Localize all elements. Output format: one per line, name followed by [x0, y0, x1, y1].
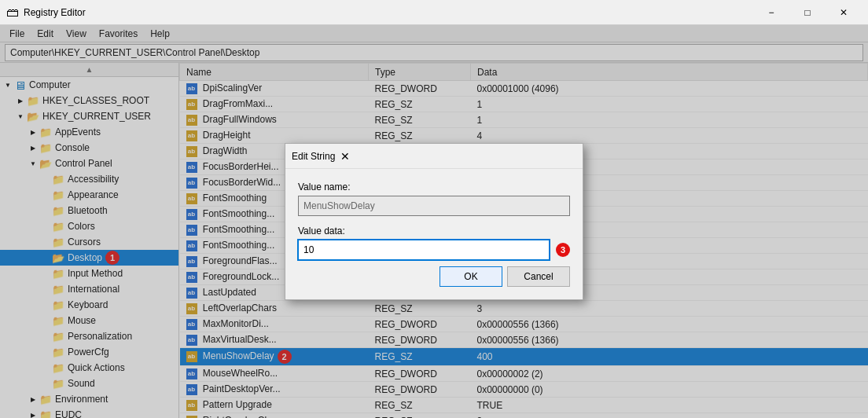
value-name-label: Value name:	[298, 182, 570, 192]
dialog-title-bar: Edit String ✕	[285, 144, 583, 169]
value-name-input	[298, 196, 570, 216]
dialog-overlay: Edit String ✕ Value name: Value data: 3 …	[0, 25, 868, 418]
app-title: Registry Editor	[24, 7, 86, 18]
dialog-title: Edit String	[292, 151, 335, 162]
dialog-close-button[interactable]: ✕	[335, 146, 355, 167]
edit-string-dialog: Edit String ✕ Value name: Value data: 3 …	[285, 143, 583, 300]
dialog-buttons: OK Cancel	[298, 266, 570, 287]
cancel-button[interactable]: Cancel	[507, 266, 570, 287]
ok-button[interactable]: OK	[440, 266, 502, 287]
value-data-label: Value data:	[298, 226, 570, 236]
app-icon: 🗃	[6, 6, 19, 20]
window-controls: − □ ✕	[753, 0, 862, 25]
value-data-input[interactable]	[298, 240, 550, 260]
minimize-button[interactable]: −	[753, 0, 789, 25]
badge-3: 3	[556, 243, 570, 257]
dialog-body: Value name: Value data: 3 OK Cancel	[285, 169, 583, 299]
maximize-button[interactable]: □	[789, 0, 826, 25]
close-button[interactable]: ✕	[826, 0, 862, 25]
title-bar: 🗃 Registry Editor − □ ✕	[0, 0, 868, 25]
